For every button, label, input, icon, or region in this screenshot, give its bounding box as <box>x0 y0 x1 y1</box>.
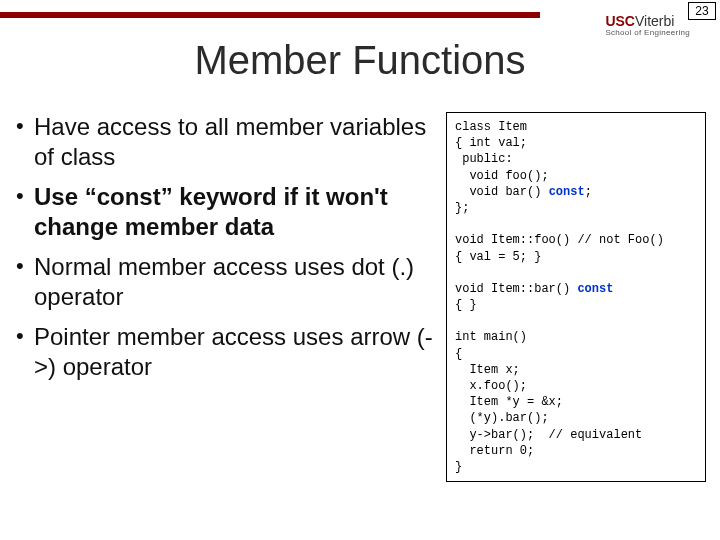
code-keyword-const: const <box>577 282 613 296</box>
code-keyword-const: const <box>549 185 585 199</box>
bullet-text: Pointer member access uses arrow (->) op… <box>34 323 433 380</box>
bullet-text: Have access to all member variables of c… <box>34 113 426 170</box>
header-accent-bar <box>0 12 540 18</box>
code-line: Item x; <box>455 363 520 377</box>
code-line: }; <box>455 201 469 215</box>
code-part: void Item::foo() <box>455 233 577 247</box>
logo-subline: School of Engineering <box>605 29 690 37</box>
code-line: int main() <box>455 330 527 344</box>
bullet-list: Have access to all member variables of c… <box>16 112 446 526</box>
code-column: class Item { int val; public: void foo()… <box>446 112 706 526</box>
bullet-item: Use “const” keyword if it won't change m… <box>16 182 440 242</box>
slide-title: Member Functions <box>0 38 720 83</box>
logo-viterbi: Viterbi <box>635 13 674 29</box>
code-line: } <box>455 460 462 474</box>
code-line: x.foo(); <box>455 379 527 393</box>
code-part: void bar() <box>455 185 549 199</box>
code-line: y->bar(); // equivalent <box>455 428 642 442</box>
code-box: class Item { int val; public: void foo()… <box>446 112 706 482</box>
bullet-item: Have access to all member variables of c… <box>16 112 440 172</box>
code-part: void Item::bar() <box>455 282 577 296</box>
content-area: Have access to all member variables of c… <box>16 112 706 526</box>
code-line: (*y).bar(); <box>455 411 549 425</box>
logo-block: USCViterbi School of Engineering <box>605 14 690 37</box>
code-part: ; <box>585 185 592 199</box>
code-line: void foo(); <box>455 169 549 183</box>
page-number: 23 <box>688 2 716 20</box>
bullet-item: Pointer member access uses arrow (->) op… <box>16 322 440 382</box>
logo-usc: USC <box>605 13 635 29</box>
bullet-text: Normal member access uses dot (.) operat… <box>34 253 414 310</box>
code-line: { } <box>455 298 477 312</box>
code-line: { <box>455 347 462 361</box>
code-line: public: <box>455 152 513 166</box>
bullet-item: Normal member access uses dot (.) operat… <box>16 252 440 312</box>
code-line: { val = 5; } <box>455 250 541 264</box>
code-line: class Item <box>455 120 527 134</box>
code-line: { int val; <box>455 136 527 150</box>
code-line: Item *y = &x; <box>455 395 563 409</box>
bullet-text: Use “const” keyword if it won't change m… <box>34 183 388 240</box>
code-line: return 0; <box>455 444 534 458</box>
code-comment: // not Foo() <box>577 233 663 247</box>
